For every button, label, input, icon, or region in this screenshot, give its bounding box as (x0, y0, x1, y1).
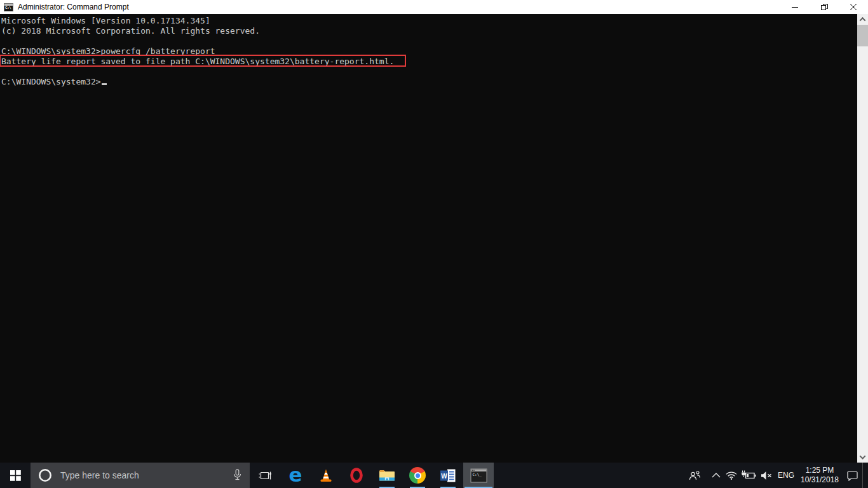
taskbar-app-file-explorer[interactable] (372, 463, 402, 488)
windows-logo-icon (10, 470, 21, 481)
scroll-down-button[interactable] (857, 452, 868, 463)
console-line: (c) 2018 Microsoft Corporation. All righ… (1, 26, 857, 36)
close-icon (850, 4, 857, 10)
command-prompt-icon: C:\_ (470, 468, 487, 483)
chevron-up-icon (860, 17, 866, 24)
chevron-up-icon (712, 473, 721, 478)
cmd-window-icon: C:\ (4, 3, 13, 11)
edge-icon: e (288, 465, 302, 485)
taskbar-app-opera[interactable] (341, 463, 372, 488)
svg-text:C:\_: C:\_ (472, 471, 482, 477)
volume-muted-icon (761, 471, 772, 480)
console-command-line: C:\WINDOWS\system32>powercfg /batteryrep… (1, 46, 857, 57)
word-icon: W (440, 468, 456, 483)
pinned-apps: e (280, 463, 494, 488)
scroll-up-button[interactable] (857, 14, 868, 25)
date-label: 10/31/2018 (801, 475, 839, 485)
language-indicator[interactable]: ENG (775, 463, 797, 488)
minimize-button[interactable] (780, 0, 810, 14)
vertical-scrollbar[interactable] (857, 14, 868, 463)
microphone-icon[interactable] (233, 469, 241, 481)
clock[interactable]: 1:25 PM 10/31/2018 (797, 463, 842, 488)
chrome-icon (409, 467, 426, 484)
action-center-button[interactable] (842, 463, 862, 488)
restore-icon (821, 4, 828, 11)
minimize-icon (792, 4, 798, 10)
vlc-icon (318, 468, 334, 483)
console-line (1, 67, 857, 77)
console-line (1, 36, 857, 46)
start-button[interactable] (0, 463, 31, 488)
task-view-icon (259, 470, 272, 481)
taskbar: e (0, 463, 868, 488)
show-desktop-button[interactable] (862, 463, 868, 488)
close-button[interactable] (839, 0, 868, 14)
prompt-text: C:\WINDOWS\system32> (1, 77, 101, 86)
people-icon (689, 470, 701, 481)
opera-icon (349, 467, 364, 484)
battery-button[interactable] (739, 463, 758, 488)
text-cursor (102, 83, 107, 85)
volume-button[interactable] (758, 463, 775, 488)
search-input[interactable] (31, 463, 250, 488)
action-center-icon (846, 470, 858, 481)
svg-text:W: W (441, 472, 447, 479)
taskbar-app-chrome[interactable] (402, 463, 433, 488)
console-output-highlighted-line: Battery life report saved to file path C… (1, 57, 857, 67)
taskbar-app-edge[interactable]: e (280, 463, 311, 488)
taskbar-app-vlc[interactable] (311, 463, 341, 488)
people-button[interactable] (686, 463, 703, 488)
console-line: Microsoft Windows [Version 10.0.17134.34… (1, 16, 857, 26)
taskbar-app-command-prompt[interactable]: C:\_ (463, 463, 494, 488)
chevron-down-icon (860, 453, 866, 459)
window-title: Administrator: Command Prompt (18, 3, 129, 11)
time-label: 1:25 PM (806, 466, 834, 475)
console-output-area[interactable]: Microsoft Windows [Version 10.0.17134.34… (0, 14, 857, 463)
cortana-icon (37, 468, 53, 483)
wifi-icon (726, 471, 737, 480)
network-button[interactable] (724, 463, 739, 488)
battery-charging-icon (741, 470, 756, 480)
language-label: ENG (778, 471, 794, 480)
taskbar-search[interactable] (31, 463, 250, 488)
taskbar-app-word[interactable]: W (433, 463, 463, 488)
title-bar[interactable]: C:\ Administrator: Command Prompt (0, 0, 868, 14)
file-explorer-icon (379, 469, 395, 482)
console-prompt-line: C:\WINDOWS\system32> (1, 77, 857, 87)
system-tray: ENG 1:25 PM 10/31/2018 (686, 463, 868, 488)
scrollbar-thumb[interactable] (857, 25, 868, 46)
hidden-icons-button[interactable] (709, 463, 724, 488)
restore-button[interactable] (810, 0, 839, 14)
task-view-button[interactable] (250, 463, 280, 488)
